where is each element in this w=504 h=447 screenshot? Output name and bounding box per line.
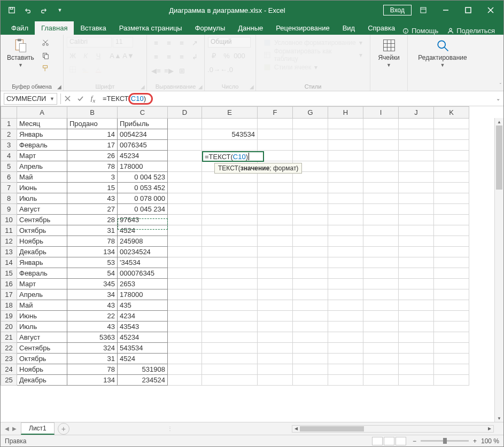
cell[interactable]: Ноябрь [17, 236, 67, 247]
cell[interactable]: 43 [67, 300, 118, 311]
zoom-in-icon[interactable]: + [473, 437, 477, 445]
cell[interactable] [399, 300, 434, 311]
row-header[interactable]: 19 [1, 311, 17, 321]
cell[interactable] [328, 375, 363, 386]
format-as-table-button[interactable]: Форматировать как таблицу ▾ [263, 48, 362, 62]
cell[interactable] [363, 332, 399, 343]
cell[interactable] [293, 354, 328, 364]
cell[interactable] [168, 311, 202, 321]
decrease-font-icon[interactable]: A▼ [122, 50, 134, 61]
cell[interactable] [434, 247, 469, 257]
cell[interactable]: 15 [67, 183, 118, 193]
cell[interactable]: 4524 [118, 354, 168, 364]
cell[interactable] [434, 279, 469, 289]
cell[interactable] [363, 343, 399, 354]
cell[interactable] [293, 268, 328, 279]
increase-indent-icon[interactable]: ≡▶ [163, 65, 175, 76]
cell[interactable] [328, 257, 363, 268]
cell[interactable] [168, 161, 202, 172]
cell[interactable]: Март [17, 151, 67, 161]
scroll-up-icon[interactable]: ▲ [495, 118, 503, 126]
cell[interactable] [399, 225, 434, 236]
cell[interactable]: 5363 [67, 332, 118, 343]
alignment-launcher-icon[interactable]: ◢ [198, 84, 203, 90]
cell[interactable] [258, 343, 293, 354]
cell[interactable] [399, 247, 434, 257]
cell[interactable] [399, 183, 434, 193]
row-header[interactable]: 16 [1, 279, 17, 289]
zoom-out-icon[interactable]: − [413, 437, 416, 445]
cell[interactable] [328, 332, 363, 343]
cell[interactable]: 543534 [118, 343, 168, 354]
cell[interactable] [258, 140, 293, 151]
cell[interactable]: 43543 [118, 321, 168, 332]
tab-insert[interactable]: Вставка [74, 21, 112, 35]
cell[interactable] [434, 151, 469, 161]
row-header[interactable]: 25 [1, 375, 17, 386]
cell[interactable] [363, 375, 399, 386]
cell[interactable] [399, 257, 434, 268]
cell[interactable] [293, 193, 328, 204]
column-header[interactable]: B [67, 107, 118, 119]
maximize-icon[interactable] [458, 1, 479, 20]
row-header[interactable]: 1 [1, 119, 17, 129]
next-sheet-icon[interactable]: ▶ [12, 426, 17, 432]
cell[interactable] [328, 364, 363, 375]
cell[interactable] [363, 151, 399, 161]
cell[interactable] [202, 268, 258, 279]
cell[interactable]: 2653 [118, 279, 168, 289]
cell[interactable] [363, 268, 399, 279]
cell[interactable]: 54 [67, 268, 118, 279]
cell[interactable] [168, 140, 202, 151]
cell[interactable] [363, 300, 399, 311]
row-header[interactable]: 24 [1, 364, 17, 375]
cell[interactable]: 78 [67, 364, 118, 375]
cell[interactable] [363, 311, 399, 321]
increase-decimal-icon[interactable]: .0→ [208, 64, 220, 75]
cell[interactable] [399, 289, 434, 300]
cell[interactable] [258, 279, 293, 289]
cell-styles-button[interactable]: Стили ячеек ▾ [263, 64, 362, 71]
cell[interactable]: 78 [67, 236, 118, 247]
scroll-left-icon[interactable]: ◀ [292, 426, 300, 432]
row-header[interactable]: 12 [1, 236, 17, 247]
cell[interactable] [328, 119, 363, 129]
cell[interactable]: 34 [67, 289, 118, 300]
cell[interactable] [168, 343, 202, 354]
cell[interactable] [434, 140, 469, 151]
column-header[interactable]: E [202, 107, 258, 119]
share-button[interactable]: Поделиться [447, 27, 495, 35]
formula-input[interactable]: =ТЕКСТ(C10) [99, 93, 493, 105]
cell[interactable] [399, 311, 434, 321]
cell[interactable] [168, 300, 202, 311]
ribbon-options-icon[interactable] [413, 1, 434, 20]
cell[interactable] [399, 321, 434, 332]
cell[interactable] [202, 225, 258, 236]
cell[interactable] [434, 321, 469, 332]
cell[interactable] [168, 354, 202, 364]
cell[interactable] [399, 268, 434, 279]
column-header[interactable]: H [328, 107, 363, 119]
cell[interactable] [293, 332, 328, 343]
cell[interactable]: 27 [67, 204, 118, 215]
cell[interactable] [399, 215, 434, 225]
cell[interactable]: 345 [67, 279, 118, 289]
prev-sheet-icon[interactable]: ◀ [5, 426, 9, 432]
cell[interactable] [328, 193, 363, 204]
cell[interactable] [328, 343, 363, 354]
row-header[interactable]: 3 [1, 140, 17, 151]
cell[interactable] [434, 364, 469, 375]
cell[interactable]: Февраль [17, 268, 67, 279]
vertical-scrollbar[interactable]: ▲ ▼ [494, 118, 503, 422]
tab-layout[interactable]: Разметка страницы [113, 21, 189, 35]
tab-view[interactable]: Вид [336, 21, 362, 35]
row-header[interactable]: 4 [1, 151, 17, 161]
cell[interactable] [202, 140, 258, 151]
cell[interactable] [434, 215, 469, 225]
cell[interactable]: Май [17, 300, 67, 311]
cell[interactable]: 00234524 [118, 247, 168, 257]
editing-button[interactable]: Редактирование ▼ [415, 37, 470, 69]
cell[interactable] [168, 225, 202, 236]
cell[interactable] [168, 289, 202, 300]
cell[interactable] [399, 193, 434, 204]
